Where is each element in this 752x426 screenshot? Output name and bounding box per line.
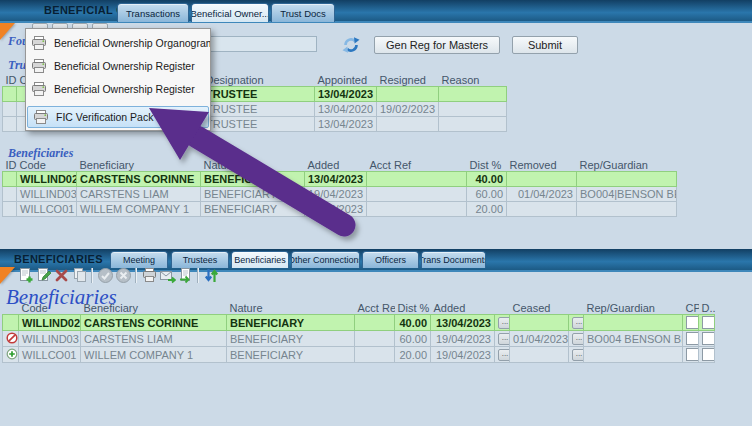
copy-record-icon[interactable]	[70, 267, 88, 284]
tab-trans-documents[interactable]: Trans Documents	[421, 251, 486, 268]
printer-icon	[33, 110, 49, 124]
menu-item-beneficial-ownership-register-2[interactable]: Beneficial Ownership Register	[26, 77, 210, 100]
print-context-menu: Beneficial Ownership Organogram Benefici…	[25, 28, 211, 131]
refresh-icon[interactable]	[341, 35, 361, 55]
edit-record-icon[interactable]	[34, 267, 52, 284]
menu-item-beneficial-ownership-register-1[interactable]: Beneficial Ownership Register	[26, 54, 210, 77]
tab-transactions[interactable]: Transactions	[117, 3, 189, 22]
tab-beneficiaries[interactable]: Beneficiaries	[231, 251, 289, 268]
gen-reg-for-masters-button[interactable]: Gen Reg for Masters	[374, 36, 500, 54]
ceased-lookup-button[interactable]: ...	[572, 349, 584, 361]
ceased-icon	[6, 332, 18, 344]
tab-meeting[interactable]: Meeting	[110, 251, 168, 268]
top-search-input[interactable]	[210, 36, 317, 52]
beneficiary-row[interactable]: WILLCO01 WILLEM COMPANY 1 BENEFICIARY 20…	[3, 347, 715, 363]
toolbar-separator	[135, 268, 137, 283]
printer-icon	[31, 36, 47, 50]
menu-item-fic-verification-pack[interactable]: FIC Verification Pack	[27, 106, 209, 128]
bottom-toolbar	[16, 267, 220, 284]
beneficiary-row[interactable]: WILLCO01 WILLEM COMPANY 1 BENEFICIARY 19…	[3, 202, 677, 217]
trustees-section-label: Tru	[8, 58, 26, 73]
tab-trustees[interactable]: Trustees	[171, 251, 229, 268]
cp-checkbox[interactable]	[686, 332, 699, 345]
beneficiary-row[interactable]: WILLIND02 CARSTENS CORINNE BENEFICIARY 4…	[3, 315, 715, 331]
orange-corner-icon	[0, 267, 15, 284]
top-title-bar: BENEFICIAL OWNER...	[0, 0, 752, 23]
tab-trust-docs[interactable]: Trust Docs	[271, 3, 335, 22]
d-checkbox[interactable]	[702, 316, 715, 329]
printer-icon	[31, 59, 47, 73]
tab-other-connections[interactable]: Other Connections	[291, 251, 360, 268]
beneficiary-row[interactable]: WILLIND03 CARSTENS LIAM BENEFICIARY 19/0…	[3, 187, 677, 202]
sort-icon[interactable]	[202, 267, 220, 284]
ceased-lookup-button[interactable]: ...	[572, 333, 584, 345]
d-checkbox[interactable]	[702, 348, 715, 361]
bottom-panel-title: BENEFICIARIES	[14, 253, 103, 265]
cancel-icon[interactable]	[114, 267, 132, 284]
toolbar-separator	[197, 268, 199, 283]
accept-icon[interactable]	[96, 267, 114, 284]
beneficiary-row[interactable]: WILLIND02 CARSTENS CORINNE BENEFICIARY 1…	[3, 172, 677, 187]
doc-export-icon[interactable]	[176, 267, 194, 284]
bottom-beneficiaries-table: Code Beneficiary Nature Acct Ref Dist % …	[2, 302, 715, 363]
delete-record-icon[interactable]	[52, 267, 70, 284]
printer-icon	[31, 82, 47, 96]
print-icon[interactable]	[140, 267, 158, 284]
email-export-icon[interactable]	[158, 267, 176, 284]
d-checkbox[interactable]	[702, 332, 715, 345]
top-beneficiaries-table: ID Code Beneficiary Nature Added Acct Re…	[2, 159, 677, 217]
ceased-lookup-button[interactable]: ...	[572, 317, 584, 329]
added-lookup-button[interactable]: ...	[498, 349, 510, 361]
beneficiaries-header-row: ID Code Beneficiary Nature Added Acct Re…	[3, 159, 677, 172]
added-lookup-button[interactable]: ...	[498, 333, 510, 345]
added-icon	[6, 348, 18, 360]
cp-checkbox[interactable]	[686, 316, 699, 329]
submit-button[interactable]: Submit	[512, 36, 578, 54]
tab-beneficial-owner[interactable]: Beneficial Owner...	[191, 3, 269, 22]
menu-item-beneficial-ownership-organogram[interactable]: Beneficial Ownership Organogram	[26, 31, 210, 54]
added-lookup-button[interactable]: ...	[498, 317, 510, 329]
app: BENEFICIAL OWNER... Transactions Benefic…	[0, 0, 752, 426]
toolbar-separator	[91, 268, 93, 283]
cp-checkbox[interactable]	[686, 348, 699, 361]
beneficiary-row[interactable]: WILLIND03 CARSTENS LIAM BENEFICIARY 60.0…	[3, 331, 715, 347]
add-record-icon[interactable]	[16, 267, 34, 284]
tab-officers[interactable]: Officers	[362, 251, 419, 268]
bottom-header-row: Code Beneficiary Nature Acct Ref Dist % …	[3, 302, 715, 315]
